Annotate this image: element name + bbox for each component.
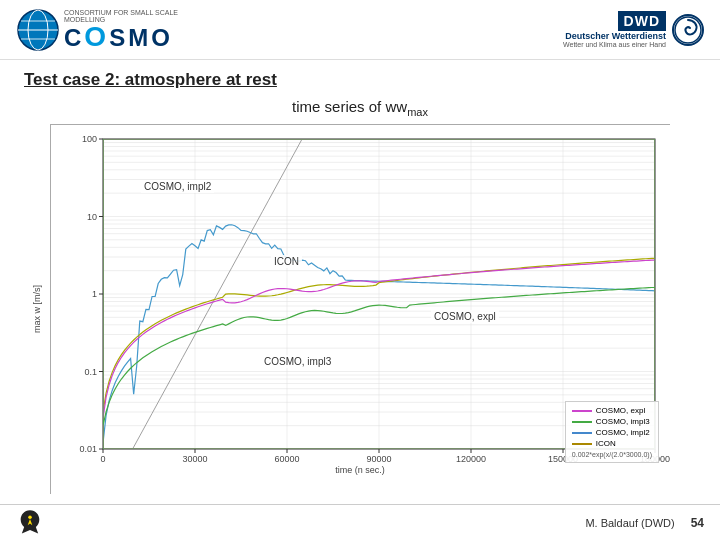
german-eagle-icon — [16, 509, 44, 537]
footer-author: M. Baldauf (DWD) — [585, 517, 674, 529]
dwd-badge: DWD — [618, 11, 666, 31]
cosmo-expl-label: COSMO, expl — [431, 310, 499, 323]
chart-wrapper: COSMO, impl2 ICON COSMO, impl3 COSMO, ex… — [50, 124, 670, 494]
cosmo-logo: CONSORTIUM FOR SMALL SCALE MODELLING COS… — [16, 8, 194, 52]
cosmo-impl2-label: COSMO, impl2 — [141, 180, 214, 193]
footer-right: M. Baldauf (DWD) 54 — [585, 516, 704, 530]
footer: M. Baldauf (DWD) 54 — [0, 504, 720, 540]
dwd-tagline: Wetter und Klima aus einer Hand — [563, 41, 666, 48]
chart-title: time series of wwmax — [24, 98, 696, 118]
svg-point-6 — [28, 515, 32, 519]
cosmo-globe-icon — [16, 8, 60, 52]
page-title: Test case 2: atmosphere at rest — [24, 70, 696, 90]
logo-area: CONSORTIUM FOR SMALL SCALE MODELLING COS… — [16, 8, 194, 52]
x-axis-label: time (n sec.) — [335, 465, 385, 475]
footer-page-number: 54 — [691, 516, 704, 530]
dwd-name: Deutscher Wetterdienst — [565, 31, 666, 41]
cosmo-impl3-label: COSMO, impl3 — [261, 355, 334, 368]
header: CONSORTIUM FOR SMALL SCALE MODELLING COS… — [0, 0, 720, 60]
chart-container: COSMO, impl2 ICON COSMO, impl3 COSMO, ex… — [24, 124, 696, 494]
dwd-swirl-icon — [672, 14, 704, 46]
icon-label: ICON — [271, 255, 302, 268]
chart-legend: COSMO, expl COSMO, impl3 COSMO, impl2 IC… — [565, 401, 659, 463]
dwd-branding: DWD Deutscher Wetterdienst Wetter und Kl… — [563, 11, 704, 48]
main-content: Test case 2: atmosphere at rest time ser… — [0, 60, 720, 504]
cosmo-wordmark: COSMO — [64, 23, 194, 51]
y-axis-label: max w [m/s] — [32, 285, 42, 333]
